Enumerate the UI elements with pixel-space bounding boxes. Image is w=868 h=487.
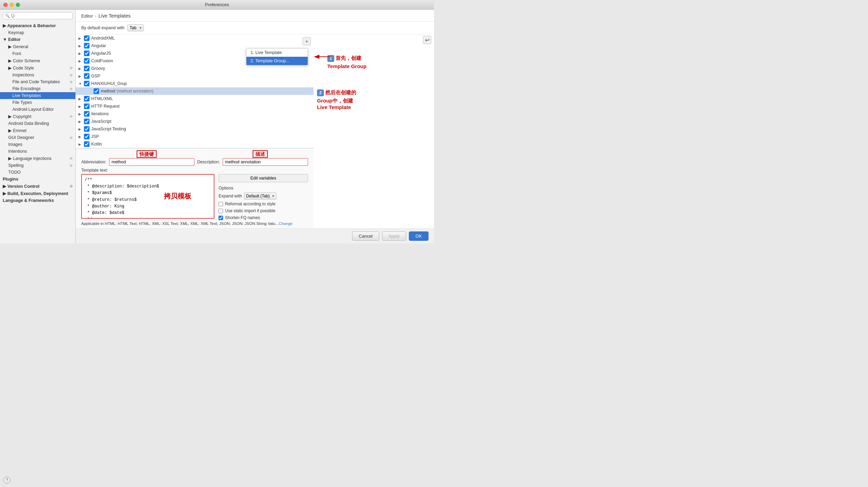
desc-label-anno: 描述 bbox=[253, 150, 268, 158]
table-row[interactable]: ▶ JSP bbox=[76, 133, 314, 140]
copyright-icon: ⊕ bbox=[70, 114, 73, 119]
abbreviation-label: Abbreviation: bbox=[81, 160, 106, 164]
iterations-checkbox[interactable] bbox=[84, 111, 89, 117]
expand-with-select[interactable]: Default (Tab) bbox=[244, 193, 276, 199]
table-row[interactable]: ▶ GSP bbox=[76, 72, 314, 80]
sidebar-item-code-style[interactable]: ▶ Code Style ⊕ bbox=[0, 64, 75, 72]
sidebar-item-version-control[interactable]: ▶ Version Control ⊕ bbox=[0, 183, 75, 190]
sidebar-item-gui-designer[interactable]: GUI Designer ⊕ bbox=[0, 134, 75, 141]
table-row[interactable]: ▼ HANXIUHUI_Grup bbox=[76, 80, 314, 87]
popup-template-group[interactable]: 2. Template Group... bbox=[246, 57, 308, 65]
table-row[interactable]: ▶ JavaScript Testing bbox=[76, 125, 314, 133]
angularjs-checkbox[interactable] bbox=[84, 51, 89, 56]
sidebar-item-inspections[interactable]: Inspections ⊕ bbox=[0, 72, 75, 78]
table-row[interactable]: ▶ Kotlin bbox=[76, 140, 314, 148]
sidebar-item-font[interactable]: Font bbox=[0, 50, 75, 57]
sidebar-item-language-frameworks[interactable]: Language & Frameworks bbox=[0, 197, 75, 204]
sidebar-item-android-data[interactable]: Android Data Binding bbox=[0, 120, 75, 127]
sidebar-item-keymap[interactable]: Keymap bbox=[0, 29, 75, 36]
description-input[interactable] bbox=[223, 158, 308, 166]
groovy-checkbox[interactable] bbox=[84, 66, 89, 71]
table-row[interactable]: ▶ Groovy bbox=[76, 65, 314, 72]
minimize-btn[interactable] bbox=[10, 3, 14, 7]
popup-live-template[interactable]: 1. Live Template bbox=[246, 48, 308, 57]
reformat-checkbox[interactable] bbox=[219, 202, 223, 206]
plugins-label: Plugins bbox=[3, 177, 18, 182]
undo-button[interactable]: ↩ bbox=[423, 36, 431, 44]
abbreviation-input[interactable] bbox=[109, 158, 194, 166]
sidebar-item-color-scheme[interactable]: ▶ Color Scheme bbox=[0, 57, 75, 64]
anno-text-2b: Group中，创建 bbox=[317, 98, 356, 104]
sidebar-item-copyright[interactable]: ▶ Copyright ⊕ bbox=[0, 113, 75, 120]
table-row[interactable]: ▶ HTTP Request bbox=[76, 102, 314, 110]
js-testing-checkbox[interactable] bbox=[84, 126, 89, 132]
edit-variables-button[interactable]: Edit variables bbox=[219, 174, 308, 182]
content-area: Editor › Live Templates By default expan… bbox=[76, 10, 434, 244]
traffic-lights[interactable] bbox=[3, 3, 20, 7]
description-label: Description: bbox=[197, 160, 220, 164]
template-textarea[interactable]: /** * @description: $description$ * $par… bbox=[81, 174, 214, 219]
table-row[interactable]: method (method annotation) bbox=[76, 87, 314, 95]
close-btn[interactable] bbox=[3, 3, 8, 7]
popup-menu: 1. Live Template 2. Template Group... bbox=[246, 48, 308, 65]
sidebar-item-file-types[interactable]: File Types bbox=[0, 99, 75, 106]
search-input[interactable] bbox=[11, 13, 70, 18]
sidebar-item-editor[interactable]: ▼ Editor bbox=[0, 36, 75, 43]
htmlxml-checkbox[interactable] bbox=[84, 96, 89, 101]
table-row[interactable]: ▶ Maven bbox=[76, 148, 314, 148]
table-row[interactable]: ▶ AndroidXML bbox=[76, 34, 314, 42]
sidebar-item-live-templates[interactable]: Live Templates bbox=[0, 92, 75, 99]
hanxiuhui-checkbox[interactable] bbox=[84, 81, 89, 86]
coldfusion-checkbox[interactable] bbox=[84, 58, 89, 64]
build-label: Build, Execution, Deployment bbox=[7, 191, 68, 196]
lang-fw-label: Language & Frameworks bbox=[3, 198, 54, 203]
right-options: Edit variables Options Expand with Defau… bbox=[219, 174, 308, 220]
jsp-checkbox[interactable] bbox=[84, 134, 89, 139]
sidebar-item-images[interactable]: Images bbox=[0, 141, 75, 148]
sidebar-item-android-layout[interactable]: Android Layout Editor bbox=[0, 106, 75, 113]
sidebar-item-spelling[interactable]: Spelling ⊕ bbox=[0, 162, 75, 169]
sidebar-item-emmet[interactable]: ▶ Emmet bbox=[0, 127, 75, 134]
annotation-2: 2然后在创建的 Group中，创建 Live Template bbox=[317, 89, 356, 110]
angular-name: Angular bbox=[91, 43, 106, 48]
kotlin-checkbox[interactable] bbox=[84, 141, 89, 147]
androidxml-checkbox[interactable] bbox=[84, 35, 89, 41]
change-link[interactable]: Change bbox=[279, 221, 293, 226]
font-label: Font bbox=[12, 51, 21, 56]
sidebar-item-todo[interactable]: TODO bbox=[0, 169, 75, 176]
todo-label: TODO bbox=[8, 170, 21, 175]
expand-with-select-wrapper[interactable]: Default (Tab) bbox=[244, 193, 276, 199]
sidebar-item-plugins[interactable]: Plugins bbox=[0, 176, 75, 183]
tab-select-wrapper[interactable]: Tab bbox=[127, 24, 144, 31]
expand-select[interactable]: Tab bbox=[127, 24, 144, 31]
method-name: method bbox=[101, 89, 115, 94]
use-static-checkbox[interactable] bbox=[219, 209, 223, 213]
sidebar-item-general[interactable]: ▶ General bbox=[0, 43, 75, 50]
file-code-templates-label: File and Code Templates bbox=[12, 79, 60, 84]
table-row[interactable]: ▶ JavaScript bbox=[76, 118, 314, 125]
shorten-fq-checkbox[interactable] bbox=[219, 216, 223, 220]
ok-button[interactable]: OK bbox=[409, 231, 428, 241]
template-list-area[interactable]: ▶ AndroidXML ▶ Angular ▶ bbox=[76, 34, 314, 148]
httprequest-checkbox[interactable] bbox=[84, 104, 89, 109]
table-row[interactable]: ▶ HTML/XML bbox=[76, 95, 314, 102]
gsp-checkbox[interactable] bbox=[84, 73, 89, 79]
search-icon: 🔍 bbox=[5, 14, 10, 18]
apply-button[interactable]: Apply bbox=[382, 231, 406, 241]
sidebar-item-build-execution[interactable]: ▶ Build, Execution, Deployment bbox=[0, 190, 75, 197]
maximize-btn[interactable] bbox=[16, 3, 20, 7]
expand-tri-icon: ▶ bbox=[78, 105, 84, 108]
cancel-button[interactable]: Cancel bbox=[352, 231, 379, 241]
method-checkbox[interactable] bbox=[94, 88, 99, 94]
table-row[interactable]: ▶ iterations bbox=[76, 110, 314, 118]
sidebar-item-file-encodings[interactable]: File Encodings ⊕ bbox=[0, 85, 75, 92]
sidebar-item-language-injections[interactable]: ▶ Language Injections ⊕ bbox=[0, 155, 75, 162]
expand-tri-icon: ▶ bbox=[78, 44, 84, 48]
search-box[interactable]: 🔍 bbox=[3, 12, 73, 19]
add-button[interactable]: + bbox=[303, 37, 311, 45]
sidebar-item-appearance-behavior[interactable]: ▶ Appearance & Behavior bbox=[0, 22, 75, 29]
sidebar-item-intentions[interactable]: Intentions bbox=[0, 148, 75, 155]
angular-checkbox[interactable] bbox=[84, 43, 89, 48]
javascript-checkbox[interactable] bbox=[84, 119, 89, 124]
sidebar-item-file-code-templates[interactable]: File and Code Templates ⊕ bbox=[0, 78, 75, 85]
